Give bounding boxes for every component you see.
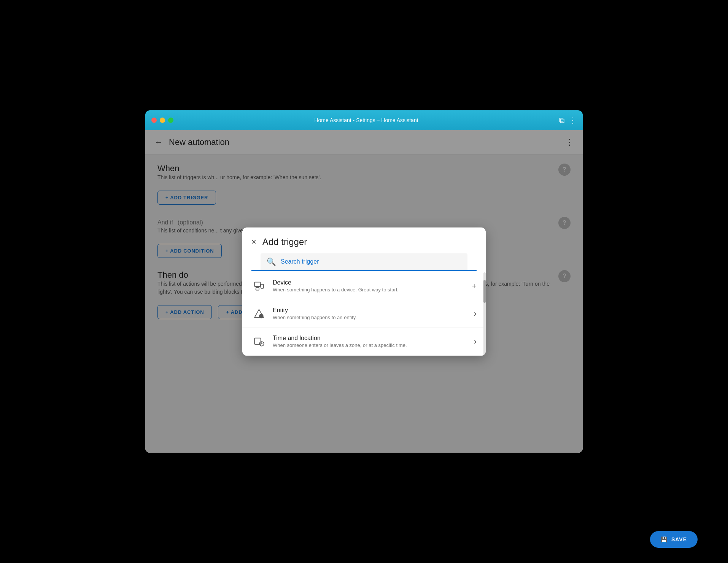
- close-traffic-light[interactable]: [151, 118, 157, 123]
- scrollbar-track: [483, 272, 486, 356]
- dialog-close-button[interactable]: ×: [251, 237, 256, 247]
- device-desc: When something happens to a device. Grea…: [273, 287, 466, 293]
- time-location-desc: When someone enters or leaves a zone, or…: [273, 342, 468, 348]
- dialog-search-bar: 🔍: [261, 253, 467, 270]
- device-icon: [251, 278, 267, 294]
- app-content: ← New automation ⋮ When This list of tri…: [145, 130, 583, 453]
- dialog-header: × Add trigger: [242, 227, 486, 253]
- svg-point-3: [256, 289, 256, 289]
- device-add-icon: +: [472, 281, 477, 291]
- search-input[interactable]: [281, 258, 461, 265]
- trigger-item-device[interactable]: Device When something happens to a devic…: [242, 272, 486, 300]
- clipboard-icon[interactable]: ⧉: [559, 116, 564, 125]
- svg-rect-0: [254, 282, 260, 286]
- device-item-text: Device When something happens to a devic…: [273, 279, 466, 293]
- titlebar-more-icon[interactable]: ⋮: [569, 116, 577, 125]
- entity-item-text: Entity When something happens to an enti…: [273, 307, 468, 320]
- titlebar-title: Home Assistant - Settings – Home Assista…: [173, 117, 559, 123]
- entity-desc: When something happens to an entity.: [273, 315, 468, 320]
- entity-name: Entity: [273, 307, 468, 314]
- traffic-lights: [151, 118, 173, 123]
- time-location-name: Time and location: [273, 335, 468, 342]
- entity-icon: [251, 306, 267, 321]
- minimize-traffic-light[interactable]: [160, 118, 165, 123]
- scrollbar-thumb[interactable]: [483, 280, 486, 303]
- add-trigger-dialog: × Add trigger 🔍: [242, 227, 486, 356]
- svg-rect-6: [254, 338, 261, 344]
- search-underline: [251, 270, 477, 271]
- time-location-icon: [251, 334, 267, 349]
- maximize-traffic-light[interactable]: [168, 118, 173, 123]
- time-location-item-text: Time and location When someone enters or…: [273, 335, 468, 348]
- device-svg: [254, 281, 264, 291]
- entity-svg: [254, 309, 264, 319]
- dialog-list: Device When something happens to a devic…: [242, 272, 486, 356]
- svg-rect-2: [261, 284, 264, 288]
- trigger-item-entity[interactable]: Entity When something happens to an enti…: [242, 300, 486, 328]
- entity-chevron-icon: ›: [474, 309, 477, 319]
- time-location-chevron-icon: ›: [474, 337, 477, 347]
- overlay[interactable]: × Add trigger 🔍: [145, 130, 583, 453]
- svg-rect-1: [256, 287, 259, 290]
- titlebar: Home Assistant - Settings – Home Assista…: [145, 110, 583, 130]
- time-location-svg: [254, 336, 264, 347]
- search-container: 🔍: [251, 253, 477, 271]
- titlebar-actions: ⧉ ⋮: [559, 116, 577, 125]
- trigger-item-time-location[interactable]: Time and location When someone enters or…: [242, 328, 486, 356]
- dialog-title: Add trigger: [262, 237, 307, 247]
- app-window: Home Assistant - Settings – Home Assista…: [145, 110, 583, 453]
- device-name: Device: [273, 279, 466, 286]
- svg-point-5: [259, 314, 264, 318]
- search-icon: 🔍: [267, 257, 276, 266]
